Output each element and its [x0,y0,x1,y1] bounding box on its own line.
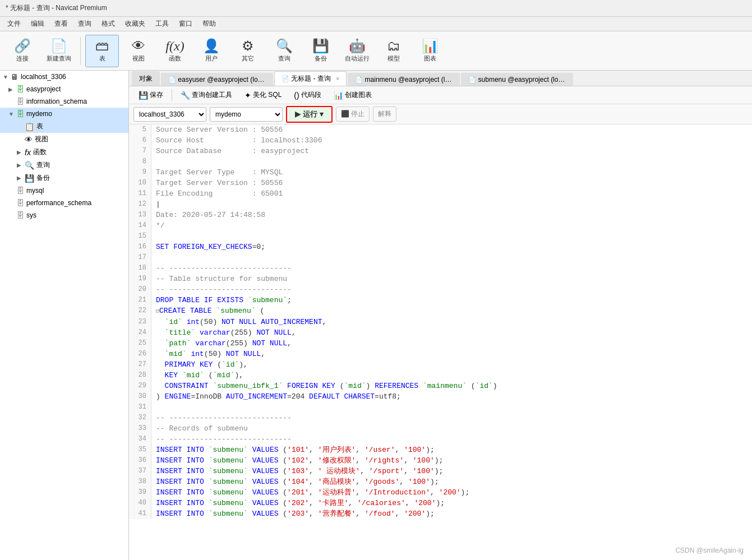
db-icon-sys: 🗄 [16,211,24,220]
sidebar-label-mydemo: mydemo [26,110,52,118]
tab-mainmenu[interactable]: 📄 mainmenu @easyproject (loca... × [348,73,460,86]
new-query-icon: 📄 [50,39,67,53]
tab-untitled-query[interactable]: 📄 无标题 - 查询 × [274,71,347,86]
sidebar-label-mysql: mysql [26,187,44,195]
sidebar-label-views: 视图 [35,135,48,144]
code-line-11: 11 File Encoding : 65001 [129,188,752,199]
create-chart-button[interactable]: 📊 创建图表 [329,88,377,102]
db-icon-easyproject: 🗄 [16,85,24,94]
toolbar-view[interactable]: 👁 视图 [122,35,155,67]
code-line-39: 39 INSERT INTO `submenu` VALUES ('201', … [129,487,752,498]
view-icon: 👁 [132,39,145,53]
sidebar-item-queries[interactable]: ▶ 🔍 查询 [0,159,128,172]
query-group-icon: 🔍 [25,161,34,170]
toolbar-new-query-label: 新建查询 [47,54,71,63]
code-line-34: 34 -- ---------------------------- [129,434,752,445]
create-chart-label: 创建图表 [345,90,372,100]
toolbar-backup[interactable]: 💾 备份 [304,35,338,67]
sidebar-item-mydemo[interactable]: ▼ 🗄 mydemo [0,108,128,120]
tab-submenu-close[interactable]: × [569,77,573,83]
beautify-sql-button[interactable]: ✦ 美化 SQL [239,88,287,102]
toolbar-view-label: 视图 [132,54,145,63]
database-select[interactable]: mydemo [210,107,283,122]
title-text: * 无标题 - 查询 - Navicat Premium [6,3,107,13]
sidebar-item-easyproject[interactable]: ▶ 🗄 easyproject [0,83,128,95]
code-line-28: 28 KEY `mid` (`mid`), [129,370,752,381]
toolbar-chart[interactable]: 📊 图表 [413,35,447,67]
sidebar-label-easyproject: easyproject [26,85,61,93]
code-editor[interactable]: 5 Source Server Version : 50556 6 Source… [129,124,752,560]
connection-select[interactable]: localhost_3306 [133,107,206,122]
create-chart-icon: 📊 [334,91,343,100]
chart-icon: 📊 [422,39,439,53]
toolbar-connect[interactable]: 🔗 连接 [6,35,39,67]
sidebar-item-views[interactable]: 👁 视图 [0,133,128,146]
tab-untitled-close[interactable]: × [336,76,339,82]
backup-icon: 💾 [312,39,329,53]
tab-easyuser[interactable]: 📄 easyuser @easyproject (localh... × [161,73,273,86]
code-line-41: 41 INSERT INTO `submenu` VALUES ('203', … [129,508,752,519]
code-line-20: 20 -- ---------------------------- [129,284,752,295]
sidebar-label-info-schema: information_schema [26,98,87,105]
table-icon: 🗃 [95,39,109,53]
sidebar-item-localhost[interactable]: ▼ 🖥 localhost_3306 [0,71,128,83]
query-builder-label: 查询创建工具 [192,90,232,100]
sidebar-item-mysql[interactable]: 🗄 mysql [0,184,128,197]
query-builder-button[interactable]: 🔧 查询创建工具 [176,88,237,102]
toolbar-function-label: 函数 [169,54,181,63]
menu-window[interactable]: 窗口 [174,17,197,30]
db-icon-info-schema: 🗄 [16,97,24,106]
code-line-12: 12 | [129,199,752,210]
code-line-35: 35 INSERT INTO `submenu` VALUES ('101', … [129,445,752,455]
menu-help[interactable]: 帮助 [198,17,220,30]
menu-bar: 文件 编辑 查看 查询 格式 收藏夹 工具 窗口 帮助 [0,17,752,31]
toolbar-other[interactable]: ⚙ 其它 [231,35,265,67]
code-line-14: 14 */ [129,220,752,231]
run-button[interactable]: ▶ 运行 ▾ [286,106,333,123]
menu-view[interactable]: 查看 [50,17,72,30]
menu-tools[interactable]: 工具 [151,17,173,30]
code-line-40: 40 INSERT INTO `submenu` VALUES ('202', … [129,498,752,508]
menu-format[interactable]: 格式 [97,17,119,30]
save-button[interactable]: 💾 保存 [133,88,168,102]
code-line-13: 13 Date: 2020-05-27 14:48:58 [129,210,752,220]
code-line-21: 21 DROP TABLE IF EXISTS `submenu`; [129,295,752,306]
stop-button[interactable]: ⬛ 停止 [336,107,370,122]
toolbar-function[interactable]: f(x) 函数 [158,35,192,67]
toolbar-query[interactable]: 🔍 查询 [267,35,301,67]
tab-submenu[interactable]: 📄 submenu @easyproject (lo... × [461,73,573,86]
sidebar-item-functions[interactable]: ▶ fx 函数 [0,146,128,159]
sidebar-item-performance-schema[interactable]: 🗄 performance_schema [0,197,128,209]
query-toolbar: localhost_3306 mydemo ▶ 运行 ▾ ⬛ 停止 解释 [129,104,752,124]
watermark: CSDN @smileAgain-lg [675,547,744,554]
tab-untitled-label: 无标题 - 查询 [291,75,331,82]
menu-file[interactable]: 文件 [3,17,25,30]
code-line-26: 26 `mid` int(50) NOT NULL, [129,349,752,359]
code-line-17: 17 [129,252,752,263]
menu-edit[interactable]: 编辑 [26,17,49,30]
tab-objects[interactable]: 对象 [132,71,160,86]
menu-query[interactable]: 查询 [73,17,96,30]
code-line-31: 31 [129,402,752,413]
sidebar-label-localhost: localhost_3306 [21,73,66,81]
sec-sep-1 [172,89,172,101]
sidebar-item-information-schema[interactable]: 🗄 information_schema [0,95,128,108]
explain-button[interactable]: 解释 [373,107,396,122]
menu-favorites[interactable]: 收藏夹 [121,17,150,30]
toolbar-sep-1 [80,37,81,65]
sidebar-item-tables[interactable]: 📋 表 [0,120,128,133]
beautify-icon: ✦ [244,91,251,100]
toolbar-autorun[interactable]: 🤖 自动运行 [340,35,374,67]
sidebar-label-backups: 备份 [36,173,50,183]
code-line-6: 6 Source Host : localhost:3306 [129,135,752,146]
code-snippet-button[interactable]: () 代码段 [289,88,326,102]
toolbar-new-query[interactable]: 📄 新建查询 [42,35,76,67]
sidebar-item-sys[interactable]: 🗄 sys [0,209,128,221]
sidebar-item-backups[interactable]: ▶ 💾 备份 [0,172,128,184]
beautify-label: 美化 SQL [253,90,282,100]
toolbar-model[interactable]: 🗂 模型 [377,35,410,67]
tab-bar: 对象 📄 easyuser @easyproject (localh... × … [129,71,752,86]
toolbar-user[interactable]: 👤 用户 [195,35,228,67]
connect-icon: 🔗 [14,39,31,53]
toolbar-table[interactable]: 🗃 表 [85,35,119,67]
